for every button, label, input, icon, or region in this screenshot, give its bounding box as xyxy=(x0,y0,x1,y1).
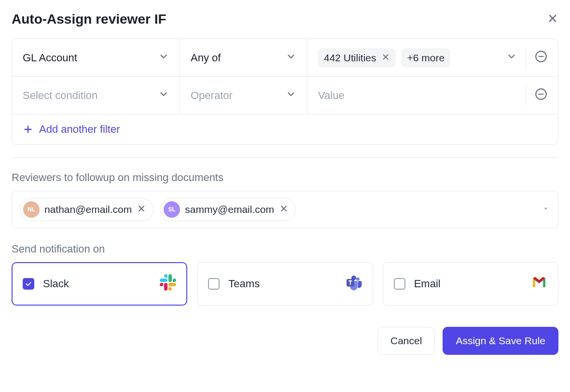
remove-row-icon[interactable] xyxy=(535,50,547,66)
more-chip[interactable]: +6 more xyxy=(402,48,451,68)
operator-select[interactable]: Operator xyxy=(180,77,307,114)
operator-select[interactable]: Any of xyxy=(180,39,307,76)
checkbox-unchecked-icon xyxy=(394,278,405,290)
divider xyxy=(526,86,526,105)
notify-option-email[interactable]: Email xyxy=(383,262,558,306)
notify-option-slack[interactable]: Slack xyxy=(12,262,187,306)
chip-remove-icon[interactable] xyxy=(279,204,289,216)
remove-row-icon[interactable] xyxy=(535,88,547,103)
add-filter-button[interactable]: Add another filter xyxy=(12,114,558,144)
reviewers-input[interactable]: NL nathan@email.com SL sammy@email.com xyxy=(12,191,558,228)
value-chip[interactable]: 442 Utilities xyxy=(318,48,396,68)
value-cell[interactable]: 442 Utilities +6 more xyxy=(307,39,558,76)
filter-table: GL Account Any of 442 Utilities +6 more xyxy=(12,39,558,145)
operator-placeholder: Operator xyxy=(191,89,233,102)
section-divider xyxy=(12,157,558,158)
reviewer-chip-list: NL nathan@email.com SL sammy@email.com xyxy=(20,198,296,221)
value-cell[interactable]: Value xyxy=(307,77,558,114)
condition-placeholder: Select condition xyxy=(23,89,97,102)
notify-option-label: Slack xyxy=(43,278,69,290)
reviewer-email: nathan@email.com xyxy=(44,204,132,215)
chip-remove-icon[interactable] xyxy=(137,204,146,216)
chevron-down-icon xyxy=(286,51,296,65)
chip-remove-icon[interactable] xyxy=(381,52,390,64)
checkbox-unchecked-icon xyxy=(208,278,220,290)
chevron-down-icon xyxy=(286,89,296,102)
checkbox-checked-icon xyxy=(23,278,34,290)
operator-value: Any of xyxy=(191,52,221,64)
condition-select[interactable]: Select condition xyxy=(12,77,180,114)
chevron-down-icon xyxy=(158,89,169,102)
svg-point-14 xyxy=(356,277,360,280)
divider xyxy=(526,48,526,68)
caret-down-icon[interactable] xyxy=(542,204,550,215)
cancel-button[interactable]: Cancel xyxy=(377,327,435,355)
add-filter-label: Add another filter xyxy=(39,123,120,136)
notify-option-label: Email xyxy=(414,278,441,290)
notify-label: Send notification on xyxy=(12,243,558,255)
filter-row: GL Account Any of 442 Utilities +6 more xyxy=(12,39,558,77)
value-placeholder: Value xyxy=(318,89,345,102)
gmail-icon xyxy=(531,274,547,294)
save-button[interactable]: Assign & Save Rule xyxy=(443,327,558,355)
close-icon[interactable] xyxy=(547,13,558,26)
condition-value: GL Account xyxy=(23,52,77,64)
dialog-title: Auto-Assign reviewer IF xyxy=(12,12,167,27)
plus-icon xyxy=(23,124,33,135)
avatar: NL xyxy=(23,201,40,218)
slack-icon xyxy=(160,274,176,294)
reviewer-chip[interactable]: NL nathan@email.com xyxy=(20,198,153,221)
chevron-down-icon xyxy=(158,51,169,65)
reviewer-email: sammy@email.com xyxy=(185,204,274,215)
notify-option-teams[interactable]: Teams xyxy=(197,262,373,306)
condition-select[interactable]: GL Account xyxy=(12,39,180,76)
value-chip-label: 442 Utilities xyxy=(324,52,376,64)
chevron-down-icon[interactable] xyxy=(506,51,517,65)
avatar: SL xyxy=(164,201,180,218)
filter-row: Select condition Operator Value xyxy=(12,77,558,114)
teams-icon xyxy=(346,274,362,294)
notify-option-label: Teams xyxy=(228,278,260,290)
reviewers-label: Reviewers to followup on missing documen… xyxy=(12,171,558,184)
more-chip-label: +6 more xyxy=(407,52,445,64)
reviewer-chip[interactable]: SL sammy@email.com xyxy=(160,198,296,221)
